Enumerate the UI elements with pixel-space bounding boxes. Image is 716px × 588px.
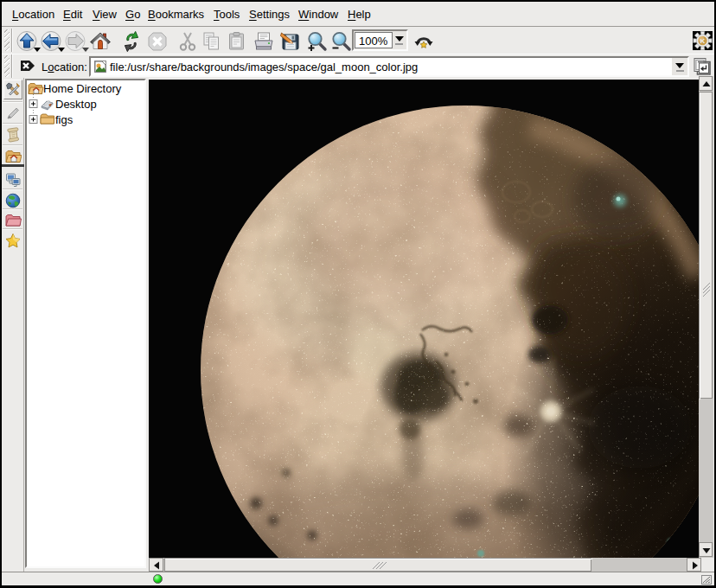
svg-text:K: K	[700, 37, 706, 45]
